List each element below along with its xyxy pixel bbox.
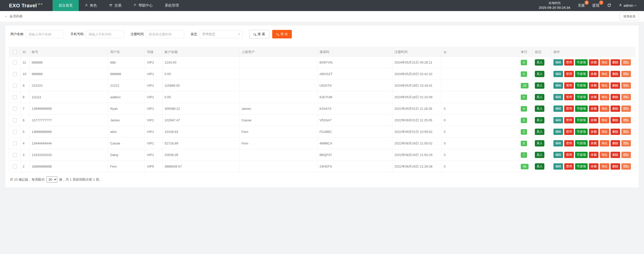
team-button[interactable]: 团队 xyxy=(621,59,631,66)
team-button[interactable]: 团队 xyxy=(621,163,631,170)
disable-button[interactable]: 禁用 xyxy=(564,163,574,170)
balance-button[interactable]: 余额 xyxy=(589,140,598,146)
add-member-button[interactable]: 添加会员 xyxy=(620,13,639,20)
more-actions-button[interactable]: ... xyxy=(632,95,635,99)
disable-button[interactable]: 禁用 xyxy=(564,59,574,66)
export-button[interactable]: 导 出 xyxy=(272,30,292,38)
address-button[interactable]: 地址 xyxy=(600,163,609,170)
nav-item-system-management[interactable]: 系统管理 xyxy=(159,0,185,11)
admin-menu[interactable]: admin xyxy=(619,4,636,8)
disable-button[interactable]: 禁用 xyxy=(564,140,574,146)
withdrawable-button[interactable]: 可提现 xyxy=(575,129,588,135)
more-actions-button[interactable]: ... xyxy=(632,60,635,64)
row-checkbox[interactable] xyxy=(13,141,17,145)
address-button[interactable]: 地址 xyxy=(600,94,609,100)
row-checkbox[interactable] xyxy=(13,165,17,169)
reg-time-input[interactable] xyxy=(146,30,184,38)
team-button[interactable]: 团队 xyxy=(621,82,631,89)
more-actions-button[interactable]: ... xyxy=(632,153,635,157)
withdrawable-button[interactable]: 可提现 xyxy=(575,152,588,158)
row-checkbox[interactable] xyxy=(13,153,17,157)
search-button[interactable]: 搜 索 xyxy=(249,30,269,38)
delete-button[interactable]: 删除 xyxy=(611,71,620,77)
row-checkbox[interactable] xyxy=(13,72,17,76)
team-button[interactable]: 团队 xyxy=(621,94,631,100)
team-button[interactable]: 团队 xyxy=(621,129,631,135)
row-checkbox[interactable] xyxy=(13,61,17,65)
delete-button[interactable]: 删除 xyxy=(611,163,620,170)
row-checkbox[interactable] xyxy=(13,118,17,122)
more-actions-button[interactable]: ... xyxy=(632,72,635,76)
edit-button[interactable]: 编辑 xyxy=(553,152,563,158)
row-checkbox[interactable] xyxy=(13,95,17,99)
team-button[interactable]: 团队 xyxy=(621,152,631,158)
select-all-checkbox[interactable] xyxy=(13,50,17,54)
balance-button[interactable]: 余额 xyxy=(589,152,598,158)
withdrawable-button[interactable]: 可提现 xyxy=(575,106,588,112)
row-checkbox[interactable] xyxy=(13,84,17,88)
status-select[interactable]: 所有状态 xyxy=(199,30,243,38)
delete-button[interactable]: 删除 xyxy=(611,117,620,123)
disable-button[interactable]: 禁用 xyxy=(564,71,574,77)
row-checkbox[interactable] xyxy=(13,130,17,134)
delete-button[interactable]: 删除 xyxy=(611,106,620,112)
disable-button[interactable]: 禁用 xyxy=(564,117,574,123)
recharge-link[interactable]: 充值 0 xyxy=(578,3,585,8)
more-actions-button[interactable]: ... xyxy=(632,107,635,110)
balance-button[interactable]: 余额 xyxy=(589,82,598,89)
edit-button[interactable]: 编辑 xyxy=(553,106,563,112)
username-input[interactable] xyxy=(26,30,64,38)
team-button[interactable]: 团队 xyxy=(621,71,631,77)
address-button[interactable]: 地址 xyxy=(600,152,609,158)
more-actions-button[interactable]: ... xyxy=(632,130,635,133)
edit-button[interactable]: 编辑 xyxy=(553,163,563,170)
nav-item-help-center[interactable]: 帮助中心 xyxy=(128,0,159,11)
balance-button[interactable]: 余额 xyxy=(589,59,598,66)
disable-button[interactable]: 禁用 xyxy=(564,152,574,158)
withdrawable-button[interactable]: 可提现 xyxy=(575,71,588,77)
balance-button[interactable]: 余额 xyxy=(589,94,598,100)
balance-button[interactable]: 余额 xyxy=(589,163,598,170)
address-button[interactable]: 地址 xyxy=(600,82,609,89)
team-button[interactable]: 团队 xyxy=(621,140,631,146)
address-button[interactable]: 地址 xyxy=(600,140,609,146)
balance-button[interactable]: 余额 xyxy=(589,117,598,123)
balance-button[interactable]: 余额 xyxy=(589,129,598,135)
address-button[interactable]: 地址 xyxy=(600,129,609,135)
edit-button[interactable]: 编辑 xyxy=(553,82,563,89)
edit-button[interactable]: 编辑 xyxy=(553,59,563,66)
disable-button[interactable]: 禁用 xyxy=(564,129,574,135)
address-button[interactable]: 地址 xyxy=(600,106,609,112)
delete-button[interactable]: 删除 xyxy=(611,140,620,146)
withdraw-link[interactable]: 提现 7 xyxy=(592,3,599,8)
delete-button[interactable]: 删除 xyxy=(611,152,620,158)
more-actions-button[interactable]: ... xyxy=(632,141,635,145)
withdrawable-button[interactable]: 可提现 xyxy=(575,163,588,170)
team-button[interactable]: 团队 xyxy=(621,117,631,123)
nav-item-roles[interactable]: 角色 xyxy=(79,0,103,11)
edit-button[interactable]: 编辑 xyxy=(553,129,563,135)
edit-button[interactable]: 编辑 xyxy=(553,94,563,100)
delete-button[interactable]: 删除 xyxy=(611,129,620,135)
delete-button[interactable]: 删除 xyxy=(611,59,620,66)
balance-button[interactable]: 余额 xyxy=(589,71,598,77)
edit-button[interactable]: 编辑 xyxy=(553,71,563,77)
withdrawable-button[interactable]: 可提现 xyxy=(575,59,588,66)
disable-button[interactable]: 禁用 xyxy=(564,82,574,89)
nav-item-dashboard[interactable]: 后台首页 xyxy=(53,0,79,11)
more-actions-button[interactable]: ... xyxy=(632,83,635,87)
nav-item-transactions[interactable]: 交易 xyxy=(103,0,128,11)
withdrawable-button[interactable]: 可提现 xyxy=(575,140,588,146)
delete-button[interactable]: 删除 xyxy=(611,94,620,100)
page-size-select[interactable]: 20 xyxy=(47,176,57,183)
edit-button[interactable]: 编辑 xyxy=(553,140,563,146)
address-button[interactable]: 地址 xyxy=(600,71,609,77)
balance-button[interactable]: 余额 xyxy=(589,106,598,112)
delete-button[interactable]: 删除 xyxy=(611,82,620,89)
address-button[interactable]: 地址 xyxy=(600,59,609,66)
disable-button[interactable]: 禁用 xyxy=(564,94,574,100)
withdrawable-button[interactable]: 可提现 xyxy=(575,82,588,89)
address-button[interactable]: 地址 xyxy=(600,117,609,123)
phone-input[interactable] xyxy=(86,30,124,38)
more-actions-button[interactable]: ... xyxy=(632,118,635,122)
